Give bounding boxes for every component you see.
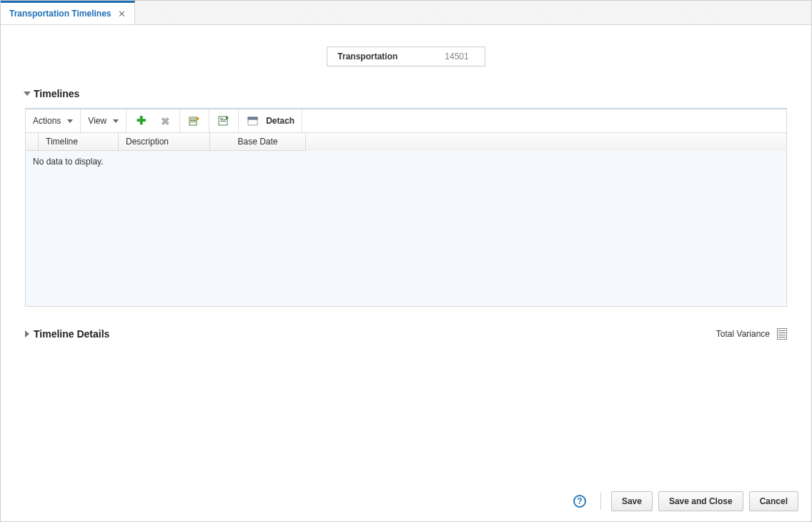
disclosure-triangle-icon <box>24 92 31 96</box>
export-icon <box>189 115 200 127</box>
timeline-details-title: Timeline Details <box>34 328 109 340</box>
wrap-icon <box>218 115 229 127</box>
timelines-title: Timelines <box>34 88 79 99</box>
grid-body: No data to display. <box>25 151 787 307</box>
timelines-grid: Actions View ✚ ✖ <box>25 108 787 307</box>
detach-label: Detach <box>266 116 294 126</box>
plus-icon: ✚ <box>137 115 146 127</box>
delete-button[interactable]: ✖ <box>158 114 172 128</box>
tab-label: Transportation Timelines <box>9 9 111 19</box>
wrap-button[interactable] <box>217 114 231 128</box>
total-variance: Total Variance <box>716 328 787 340</box>
svg-rect-7 <box>220 121 226 122</box>
transportation-value: 14501 <box>410 51 484 61</box>
app-frame: Transportation Timelines ✕ Transportatio… <box>0 0 812 522</box>
content-area: Transportation 14501 Timelines Actions V… <box>1 25 811 483</box>
grid-header-selector <box>26 133 39 151</box>
tab-transportation-timelines[interactable]: Transportation Timelines ✕ <box>1 1 135 24</box>
svg-rect-2 <box>190 120 196 121</box>
total-variance-button[interactable] <box>777 328 787 340</box>
cancel-button[interactable]: Cancel <box>749 491 798 511</box>
svg-rect-5 <box>220 118 223 119</box>
add-delete-group: ✚ ✖ <box>127 109 180 132</box>
svg-rect-1 <box>190 119 196 119</box>
timelines-section: Timelines Actions View ✚ ✖ <box>25 88 787 307</box>
grid-header-timeline[interactable]: Timeline <box>39 133 119 151</box>
header-row: Transportation 14501 <box>2 25 810 79</box>
delete-icon: ✖ <box>161 116 170 127</box>
timelines-section-header[interactable]: Timelines <box>25 88 787 99</box>
close-icon[interactable]: ✕ <box>118 9 126 19</box>
tab-bar: Transportation Timelines ✕ <box>1 1 811 25</box>
grid-header-base-date[interactable]: Base Date <box>210 133 306 151</box>
transportation-label: Transportation <box>327 51 410 61</box>
view-menu[interactable]: View <box>81 109 127 132</box>
help-button[interactable]: ? <box>573 495 586 508</box>
transportation-header: Transportation 14501 <box>327 46 485 67</box>
detach-button[interactable] <box>246 114 260 128</box>
export-group <box>180 109 209 132</box>
total-variance-label: Total Variance <box>716 329 770 339</box>
wrap-group <box>209 109 239 132</box>
save-button[interactable]: Save <box>611 491 653 511</box>
view-label: View <box>88 116 107 126</box>
svg-rect-6 <box>220 119 226 120</box>
disclosure-triangle-icon <box>25 330 29 338</box>
timeline-details-section-header[interactable]: Timeline Details <box>25 328 109 340</box>
details-row: Timeline Details Total Variance <box>25 328 787 340</box>
add-button[interactable]: ✚ <box>134 114 148 128</box>
detach-group[interactable]: Detach <box>239 109 302 132</box>
grid-header-description[interactable]: Description <box>119 133 210 151</box>
grid-header: Timeline Description Base Date <box>25 133 787 151</box>
footer: ? Save Save and Close Cancel <box>1 481 811 521</box>
grid-toolbar: Actions View ✚ ✖ <box>25 109 787 133</box>
actions-label: Actions <box>33 116 61 126</box>
svg-rect-0 <box>189 117 197 125</box>
save-and-close-button[interactable]: Save and Close <box>658 491 743 511</box>
caret-down-icon <box>67 119 73 123</box>
no-data-message: No data to display. <box>26 151 786 172</box>
detach-icon <box>247 115 259 127</box>
svg-rect-3 <box>190 122 196 122</box>
export-button[interactable] <box>187 114 202 128</box>
svg-rect-9 <box>248 117 257 119</box>
actions-menu[interactable]: Actions <box>26 109 81 132</box>
divider <box>600 493 601 510</box>
caret-down-icon <box>113 119 119 123</box>
